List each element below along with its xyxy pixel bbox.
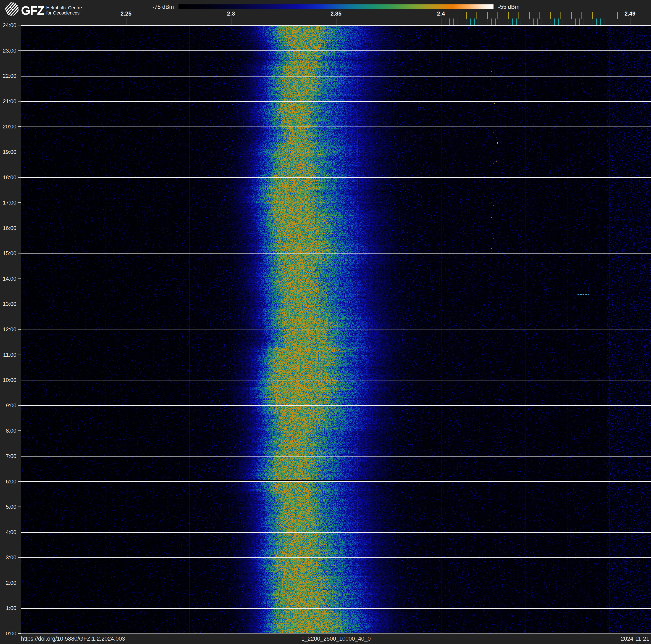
time-label: 13:00 (0, 301, 17, 307)
time-label: 19:00 (0, 149, 17, 155)
wifi-channel-tick (550, 12, 551, 19)
ble-channel-tick (550, 19, 550, 25)
freq-tick-major (630, 18, 630, 25)
ble-channel-tick (521, 19, 521, 25)
time-tick (18, 101, 21, 101)
time-tick (18, 405, 21, 406)
ble-channel-tick (495, 19, 496, 25)
ble-channel-tick (558, 19, 559, 25)
time-tick (18, 583, 21, 583)
wifi-channel-tick (539, 12, 540, 19)
freq-tick-minor (273, 19, 273, 25)
time-label: 11:00 (0, 352, 17, 358)
ble-channel-tick (588, 19, 588, 25)
ble-channel-tick (596, 19, 597, 25)
bottom-axis-line (18, 633, 651, 634)
freq-tick-minor (378, 19, 378, 25)
logo-acronym: GFZ (21, 4, 44, 17)
time-tick (18, 431, 21, 431)
spectrogram-plot (21, 25, 651, 634)
time-tick (18, 329, 21, 329)
ble-channel-tick (525, 19, 525, 25)
time-label: 20:00 (0, 123, 17, 130)
freq-tick-label: 2.3 (227, 10, 235, 17)
ble-channel-tick (487, 19, 488, 25)
ble-channel-tick (546, 19, 546, 25)
freq-tick-major (126, 18, 126, 25)
freq-tick-minor (357, 19, 357, 25)
ble-channel-tick (529, 19, 529, 25)
freq-tick-minor (42, 19, 42, 25)
ble-channel-tick (483, 19, 483, 25)
freq-tick-minor (294, 19, 294, 25)
ble-channel-tick (462, 19, 462, 25)
time-tick (18, 51, 21, 51)
ble-channel-tick (567, 19, 567, 25)
time-tick (18, 25, 21, 25)
freq-tick-label: 2.49 (624, 10, 636, 17)
ble-channel-tick (478, 19, 479, 25)
ble-channel-tick (445, 19, 445, 25)
time-label: 18:00 (0, 174, 17, 180)
time-tick (18, 126, 21, 127)
wifi-channel-tick (519, 12, 519, 19)
time-label: 6:00 (0, 478, 17, 485)
ble-channel-tick (508, 19, 508, 25)
freq-tick-minor (63, 19, 63, 25)
time-label: 16:00 (0, 225, 17, 231)
time-tick (18, 279, 21, 279)
freq-tick-major (336, 18, 336, 25)
date-label: 2024-11-21 (621, 636, 649, 642)
ble-channel-tick (491, 19, 492, 25)
ble-channel-tick (609, 19, 609, 25)
time-label: 7:00 (0, 453, 17, 459)
wifi-channel-tick (497, 12, 498, 19)
ble-channel-tick (537, 19, 538, 25)
time-label: 2:00 (0, 580, 17, 586)
time-label: 12:00 (0, 326, 17, 332)
freq-tick-label: 2.25 (121, 10, 132, 17)
time-tick (18, 481, 21, 482)
wifi-channel-tick (582, 12, 582, 19)
colorbar-min-label: -75 dBm (126, 4, 174, 10)
freq-tick-minor (147, 19, 147, 25)
ble-channel-tick (504, 19, 504, 25)
ble-channel-tick (458, 19, 458, 25)
time-label: 15:00 (0, 250, 17, 257)
freq-tick-minor (189, 19, 189, 25)
ble-channel-tick (517, 19, 517, 25)
wifi-channel-tick (529, 12, 530, 19)
dataset-id-label: 1_2200_2500_10000_40_0 (21, 636, 651, 642)
time-tick (18, 456, 21, 456)
logo-tagline-line2: for Geosciences (46, 10, 82, 16)
colorbar-gradient (179, 4, 494, 9)
wifi-channel-tick (592, 12, 593, 19)
freq-tick-minor (21, 19, 21, 25)
time-label: 24:00 (0, 22, 17, 28)
time-tick (18, 202, 21, 203)
ble-channel-tick (592, 19, 592, 25)
freq-tick-minor (105, 19, 105, 25)
ble-channel-tick (541, 19, 542, 25)
wifi-channel-tick (571, 12, 571, 19)
time-tick (18, 228, 21, 228)
gfz-logo: GFZ Helmholtz Centre for Geosciences (5, 2, 82, 18)
ble-channel-tick (500, 19, 500, 25)
time-tick (18, 304, 21, 304)
ble-channel-tick (554, 19, 555, 25)
freq-tick-minor (252, 19, 252, 25)
time-tick (18, 557, 21, 558)
freq-tick-minor (315, 19, 315, 25)
ble-channel-tick (474, 19, 475, 25)
ble-channel-tick (600, 19, 601, 25)
ble-channel-tick (571, 19, 571, 25)
freq-tick-minor (399, 19, 399, 25)
freq-tick-label: 2.4 (437, 10, 445, 17)
time-label: 14:00 (0, 275, 17, 282)
ble-channel-tick (584, 19, 584, 25)
time-tick (18, 380, 21, 380)
ble-channel-tick (575, 19, 576, 25)
wifi-channel-tick (466, 12, 467, 19)
ble-channel-tick (563, 19, 563, 25)
ble-channel-tick (470, 19, 471, 25)
